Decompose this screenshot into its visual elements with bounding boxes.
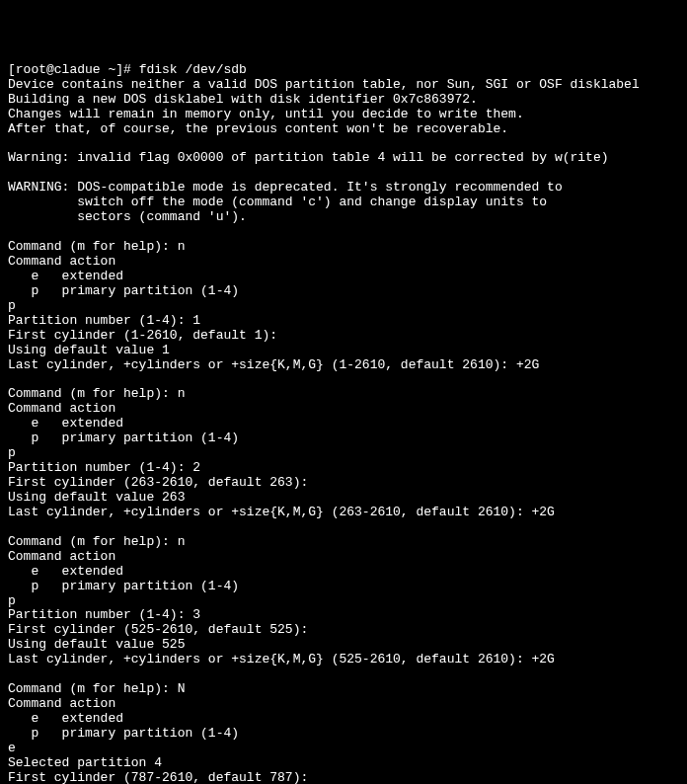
- output-line: Changes will remain in memory only, unti…: [8, 107, 524, 121]
- shell-command: fdisk /dev/sdb: [139, 62, 247, 77]
- output-line: Command action: [8, 549, 115, 564]
- output-line: Command (m for help): N: [8, 681, 185, 696]
- output-line: After that, of course, the previous cont…: [8, 121, 508, 136]
- output-line: Command (m for help): n: [8, 239, 185, 254]
- output-line: sectors (command 'u').: [8, 209, 247, 224]
- output-line: Building a new DOS disklabel with disk i…: [8, 92, 478, 107]
- terminal-window[interactable]: [root@cladue ~]# fdisk /dev/sdb Device c…: [8, 63, 679, 784]
- output-line: First cylinder (263-2610, default 263):: [8, 475, 308, 490]
- output-line: Partition number (1-4): 2: [8, 460, 200, 475]
- output-line: switch off the mode (command 'c') and ch…: [8, 195, 547, 209]
- output-line: Last cylinder, +cylinders or +size{K,M,G…: [8, 505, 555, 519]
- output-line: Command (m for help): n: [8, 534, 185, 549]
- output-line: e extended: [8, 711, 123, 726]
- output-line: p primary partition (1-4): [8, 726, 239, 741]
- output-line: Command action: [8, 696, 115, 711]
- output-line: First cylinder (1-2610, default 1):: [8, 328, 277, 343]
- output-line: First cylinder (787-2610, default 787):: [8, 770, 308, 784]
- output-line: Partition number (1-4): 3: [8, 607, 200, 622]
- output-line: Using default value 263: [8, 490, 185, 505]
- output-line: p: [8, 298, 16, 313]
- output-line: Using default value 1: [8, 343, 170, 357]
- output-line: Command action: [8, 401, 115, 416]
- output-line: Command (m for help): n: [8, 386, 185, 401]
- output-line: WARNING: DOS-compatible mode is deprecat…: [8, 180, 563, 195]
- output-line: p: [8, 445, 16, 460]
- output-line: Command action: [8, 254, 115, 269]
- output-line: e extended: [8, 564, 123, 579]
- output-line: Using default value 525: [8, 637, 185, 652]
- output-line: First cylinder (525-2610, default 525):: [8, 622, 308, 637]
- output-line: Partition number (1-4): 1: [8, 313, 200, 328]
- output-line: e: [8, 741, 16, 755]
- output-line: Warning: invalid flag 0x0000 of partitio…: [8, 150, 609, 165]
- output-line: e extended: [8, 416, 123, 431]
- output-line: Selected partition 4: [8, 755, 162, 770]
- output-line: Device contains neither a valid DOS part…: [8, 77, 640, 92]
- shell-prompt: [root@cladue ~]#: [8, 62, 139, 77]
- output-line: e extended: [8, 269, 123, 283]
- output-line: p primary partition (1-4): [8, 283, 239, 298]
- output-line: Last cylinder, +cylinders or +size{K,M,G…: [8, 357, 539, 372]
- output-line: p primary partition (1-4): [8, 579, 239, 593]
- output-line: Last cylinder, +cylinders or +size{K,M,G…: [8, 652, 555, 666]
- output-line: p: [8, 593, 16, 608]
- output-line: p primary partition (1-4): [8, 431, 239, 445]
